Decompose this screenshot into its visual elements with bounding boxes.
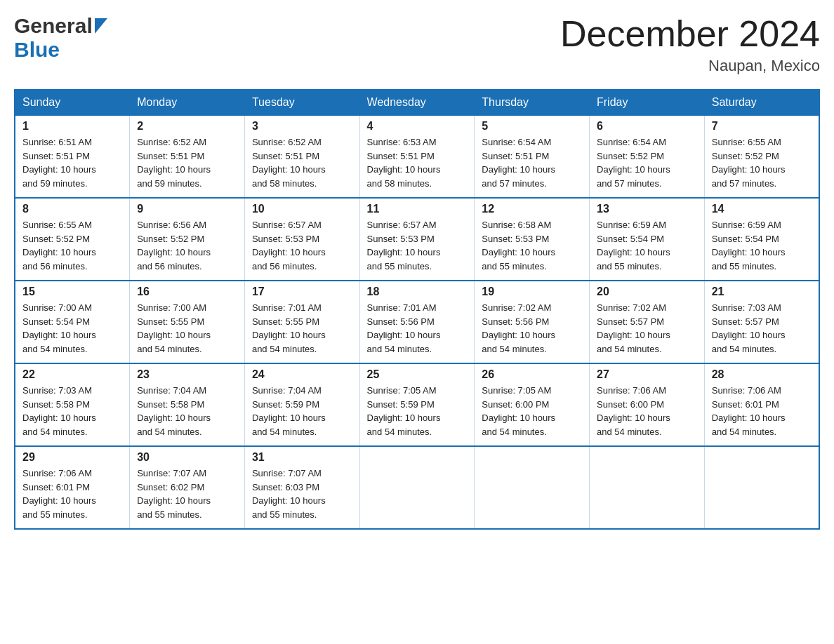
day-number: 23 — [137, 368, 237, 381]
calendar-cell: 4Sunrise: 6:53 AMSunset: 5:51 PMDaylight… — [359, 115, 475, 198]
title-block: December 2024 Naupan, Mexico — [560, 14, 820, 75]
weekday-header-friday: Friday — [590, 90, 705, 115]
day-number: 8 — [22, 203, 122, 215]
calendar-cell: 21Sunrise: 7:03 AMSunset: 5:57 PMDayligh… — [704, 281, 819, 363]
day-number: 5 — [482, 120, 582, 133]
calendar-cell: 29Sunrise: 7:06 AMSunset: 6:01 PMDayligh… — [15, 446, 130, 529]
calendar-cell: 15Sunrise: 7:00 AMSunset: 5:54 PMDayligh… — [15, 281, 130, 363]
day-number: 19 — [482, 286, 582, 298]
calendar-cell — [359, 446, 475, 529]
day-number: 13 — [597, 203, 697, 215]
day-number: 29 — [22, 451, 122, 464]
month-title: December 2024 — [560, 14, 820, 54]
week-row-2: 8Sunrise: 6:55 AMSunset: 5:52 PMDaylight… — [15, 198, 819, 281]
day-number: 10 — [252, 203, 352, 215]
week-row-3: 15Sunrise: 7:00 AMSunset: 5:54 PMDayligh… — [15, 281, 819, 363]
day-info: Sunrise: 6:55 AMSunset: 5:52 PMDaylight:… — [712, 135, 812, 190]
calendar-cell: 22Sunrise: 7:03 AMSunset: 5:58 PMDayligh… — [15, 363, 130, 446]
calendar-cell — [475, 446, 590, 529]
day-info: Sunrise: 7:06 AMSunset: 6:00 PMDaylight:… — [597, 384, 697, 438]
week-row-5: 29Sunrise: 7:06 AMSunset: 6:01 PMDayligh… — [15, 446, 819, 529]
weekday-header-row: SundayMondayTuesdayWednesdayThursdayFrid… — [15, 90, 819, 115]
calendar-cell: 10Sunrise: 6:57 AMSunset: 5:53 PMDayligh… — [244, 198, 359, 281]
day-info: Sunrise: 7:04 AMSunset: 5:58 PMDaylight:… — [137, 384, 237, 438]
logo-general-text: General — [14, 14, 93, 38]
day-number: 1 — [22, 120, 122, 133]
calendar-cell: 26Sunrise: 7:05 AMSunset: 6:00 PMDayligh… — [475, 363, 590, 446]
day-info: Sunrise: 7:04 AMSunset: 5:59 PMDaylight:… — [252, 384, 352, 438]
calendar-cell: 8Sunrise: 6:55 AMSunset: 5:52 PMDaylight… — [15, 198, 130, 281]
day-number: 14 — [712, 203, 812, 215]
day-number: 21 — [712, 286, 812, 298]
day-info: Sunrise: 6:59 AMSunset: 5:54 PMDaylight:… — [597, 218, 697, 273]
logo: General Blue — [14, 14, 107, 62]
svg-marker-0 — [95, 18, 107, 34]
day-number: 11 — [367, 203, 468, 215]
calendar-cell: 2Sunrise: 6:52 AMSunset: 5:51 PMDaylight… — [130, 115, 245, 198]
day-info: Sunrise: 7:00 AMSunset: 5:54 PMDaylight:… — [22, 301, 122, 356]
calendar-cell: 27Sunrise: 7:06 AMSunset: 6:00 PMDayligh… — [590, 363, 705, 446]
day-info: Sunrise: 7:07 AMSunset: 6:02 PMDaylight:… — [137, 467, 237, 521]
weekday-header-thursday: Thursday — [475, 90, 590, 115]
day-info: Sunrise: 6:54 AMSunset: 5:51 PMDaylight:… — [482, 135, 582, 190]
day-number: 22 — [22, 368, 122, 381]
day-info: Sunrise: 7:06 AMSunset: 6:01 PMDaylight:… — [22, 467, 122, 521]
calendar-cell: 17Sunrise: 7:01 AMSunset: 5:55 PMDayligh… — [244, 281, 359, 363]
day-number: 20 — [597, 286, 697, 298]
day-info: Sunrise: 7:05 AMSunset: 5:59 PMDaylight:… — [367, 384, 468, 438]
day-info: Sunrise: 7:00 AMSunset: 5:55 PMDaylight:… — [137, 301, 237, 356]
logo-blue-text: Blue — [14, 38, 60, 61]
day-info: Sunrise: 6:55 AMSunset: 5:52 PMDaylight:… — [22, 218, 122, 273]
day-number: 26 — [482, 368, 582, 381]
day-info: Sunrise: 7:01 AMSunset: 5:56 PMDaylight:… — [367, 301, 468, 356]
calendar-cell: 28Sunrise: 7:06 AMSunset: 6:01 PMDayligh… — [704, 363, 819, 446]
day-info: Sunrise: 6:56 AMSunset: 5:52 PMDaylight:… — [137, 218, 237, 273]
calendar-cell: 18Sunrise: 7:01 AMSunset: 5:56 PMDayligh… — [359, 281, 475, 363]
page-header: General Blue December 2024 Naupan, Mexic… — [14, 14, 820, 75]
day-info: Sunrise: 6:54 AMSunset: 5:52 PMDaylight:… — [597, 135, 697, 190]
day-number: 3 — [252, 120, 352, 133]
day-info: Sunrise: 7:01 AMSunset: 5:55 PMDaylight:… — [252, 301, 352, 356]
weekday-header-saturday: Saturday — [704, 90, 819, 115]
calendar-cell: 5Sunrise: 6:54 AMSunset: 5:51 PMDaylight… — [475, 115, 590, 198]
day-info: Sunrise: 7:02 AMSunset: 5:57 PMDaylight:… — [597, 301, 697, 356]
calendar-cell: 25Sunrise: 7:05 AMSunset: 5:59 PMDayligh… — [359, 363, 475, 446]
day-number: 25 — [367, 368, 468, 381]
calendar-cell: 13Sunrise: 6:59 AMSunset: 5:54 PMDayligh… — [590, 198, 705, 281]
day-info: Sunrise: 7:05 AMSunset: 6:00 PMDaylight:… — [482, 384, 582, 438]
day-number: 4 — [367, 120, 468, 133]
day-info: Sunrise: 7:03 AMSunset: 5:58 PMDaylight:… — [22, 384, 122, 438]
calendar-cell: 23Sunrise: 7:04 AMSunset: 5:58 PMDayligh… — [130, 363, 245, 446]
calendar-cell: 7Sunrise: 6:55 AMSunset: 5:52 PMDaylight… — [704, 115, 819, 198]
logo-arrow-shape — [95, 18, 107, 36]
day-number: 31 — [252, 451, 352, 464]
day-number: 28 — [712, 368, 812, 381]
day-number: 15 — [22, 286, 122, 298]
calendar-cell — [590, 446, 705, 529]
day-info: Sunrise: 6:57 AMSunset: 5:53 PMDaylight:… — [367, 218, 468, 273]
day-info: Sunrise: 6:57 AMSunset: 5:53 PMDaylight:… — [252, 218, 352, 273]
calendar-cell: 16Sunrise: 7:00 AMSunset: 5:55 PMDayligh… — [130, 281, 245, 363]
weekday-header-monday: Monday — [130, 90, 245, 115]
calendar-cell: 20Sunrise: 7:02 AMSunset: 5:57 PMDayligh… — [590, 281, 705, 363]
day-number: 18 — [367, 286, 468, 298]
day-info: Sunrise: 6:59 AMSunset: 5:54 PMDaylight:… — [712, 218, 812, 273]
day-info: Sunrise: 6:52 AMSunset: 5:51 PMDaylight:… — [137, 135, 237, 190]
day-number: 17 — [252, 286, 352, 298]
day-number: 12 — [482, 203, 582, 215]
day-number: 6 — [597, 120, 697, 133]
day-info: Sunrise: 6:51 AMSunset: 5:51 PMDaylight:… — [22, 135, 122, 190]
day-number: 2 — [137, 120, 237, 133]
location-subtitle: Naupan, Mexico — [560, 57, 820, 75]
calendar-cell: 6Sunrise: 6:54 AMSunset: 5:52 PMDaylight… — [590, 115, 705, 198]
calendar-cell: 19Sunrise: 7:02 AMSunset: 5:56 PMDayligh… — [475, 281, 590, 363]
week-row-1: 1Sunrise: 6:51 AMSunset: 5:51 PMDaylight… — [15, 115, 819, 198]
calendar-cell: 24Sunrise: 7:04 AMSunset: 5:59 PMDayligh… — [244, 363, 359, 446]
day-info: Sunrise: 7:03 AMSunset: 5:57 PMDaylight:… — [712, 301, 812, 356]
day-number: 30 — [137, 451, 237, 464]
day-info: Sunrise: 7:02 AMSunset: 5:56 PMDaylight:… — [482, 301, 582, 356]
weekday-header-tuesday: Tuesday — [244, 90, 359, 115]
week-row-4: 22Sunrise: 7:03 AMSunset: 5:58 PMDayligh… — [15, 363, 819, 446]
day-number: 7 — [712, 120, 812, 133]
calendar-cell: 30Sunrise: 7:07 AMSunset: 6:02 PMDayligh… — [130, 446, 245, 529]
